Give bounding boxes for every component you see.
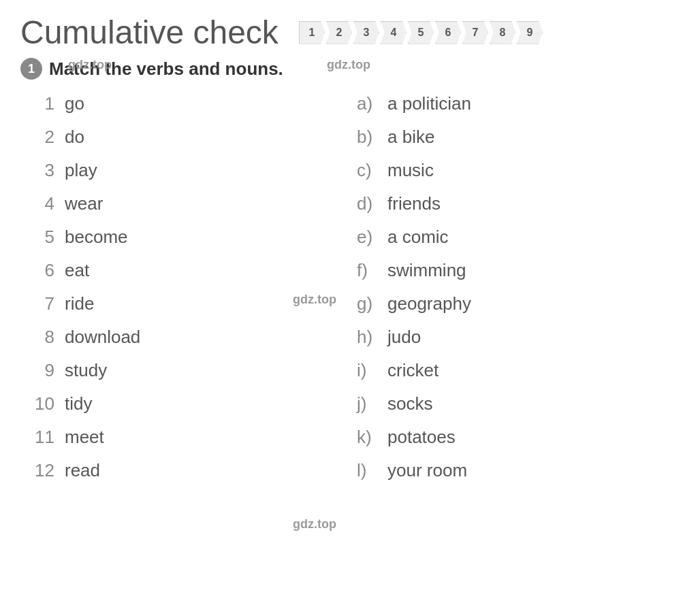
page-header: Cumulative check 123456789	[20, 14, 680, 51]
list-item: 3 play	[34, 160, 357, 181]
noun-word: a politician	[387, 93, 471, 114]
list-item: i) cricket	[357, 360, 680, 381]
list-item: 9 study	[34, 360, 357, 381]
list-item: 11 meet	[34, 427, 357, 448]
list-item: 8 download	[34, 327, 357, 348]
list-item: 6 eat	[34, 260, 357, 281]
verb-number: 10	[34, 393, 54, 414]
list-item: f) swimming	[357, 260, 680, 281]
nav-tab-4[interactable]: 4	[381, 21, 407, 44]
list-item: 12 read	[34, 460, 357, 481]
list-item: c) music	[357, 160, 680, 181]
list-item: k) potatoes	[357, 427, 680, 448]
verb-word: tidy	[65, 393, 92, 414]
list-item: 10 tidy	[34, 393, 357, 414]
verb-number: 4	[34, 193, 54, 214]
watermark-2: gdz.top	[327, 58, 370, 72]
verb-word: study	[65, 360, 107, 381]
noun-word: swimming	[387, 260, 466, 281]
watermark-4: gdz.top	[293, 517, 336, 532]
noun-word: geography	[387, 293, 471, 314]
noun-letter: c)	[357, 160, 377, 181]
noun-letter: j)	[357, 393, 377, 414]
verb-number: 11	[34, 427, 54, 448]
list-item: h) judo	[357, 327, 680, 348]
nav-tab-9[interactable]: 9	[517, 21, 543, 44]
verb-word: wear	[65, 193, 103, 214]
noun-letter: f)	[357, 260, 377, 281]
verb-number: 5	[34, 227, 54, 248]
noun-letter: g)	[357, 293, 377, 314]
nav-tab-1[interactable]: 1	[299, 21, 325, 44]
noun-letter: e)	[357, 227, 377, 248]
noun-word: your room	[387, 460, 467, 481]
list-item: d) friends	[357, 193, 680, 214]
nouns-column: a) a politician b) a bike c) music d) fr…	[357, 93, 680, 493]
watermark-3: gdz.top	[293, 293, 336, 307]
list-item: 4 wear	[34, 193, 357, 214]
noun-letter: a)	[357, 93, 377, 114]
noun-word: friends	[387, 193, 441, 214]
list-item: 5 become	[34, 227, 357, 248]
verb-number: 12	[34, 460, 54, 481]
noun-letter: h)	[357, 327, 377, 348]
verb-number: 1	[34, 93, 54, 114]
verb-word: become	[65, 227, 128, 248]
noun-word: a bike	[387, 127, 434, 148]
verb-number: 2	[34, 127, 54, 148]
noun-word: cricket	[387, 360, 439, 381]
verb-word: read	[65, 460, 100, 481]
noun-word: judo	[387, 327, 421, 348]
noun-word: a comic	[387, 227, 449, 248]
verb-word: eat	[65, 260, 89, 281]
list-item: l) your room	[357, 460, 680, 481]
navigation-tabs[interactable]: 123456789	[299, 21, 544, 44]
content-area: 1 go 2 do 3 play 4 wear 5 become 6 eat 7…	[20, 93, 680, 493]
watermark-1: gdz.top	[68, 58, 112, 72]
noun-word: socks	[387, 393, 432, 414]
list-item: 1 go	[34, 93, 357, 114]
list-item: j) socks	[357, 393, 680, 414]
nav-tab-6[interactable]: 6	[435, 21, 461, 44]
noun-letter: d)	[357, 193, 377, 214]
noun-word: potatoes	[387, 427, 456, 448]
verb-number: 6	[34, 260, 54, 281]
verb-word: go	[65, 93, 84, 114]
list-item: e) a comic	[357, 227, 680, 248]
list-item: 2 do	[34, 127, 357, 148]
verb-number: 8	[34, 327, 54, 348]
section-number: 1	[20, 58, 42, 80]
noun-letter: b)	[357, 127, 377, 148]
noun-letter: l)	[357, 460, 377, 481]
nav-tab-3[interactable]: 3	[353, 21, 379, 44]
verb-word: meet	[65, 427, 104, 448]
nav-tab-7[interactable]: 7	[462, 21, 488, 44]
verb-number: 3	[34, 160, 54, 181]
list-item: b) a bike	[357, 127, 680, 148]
nav-tab-5[interactable]: 5	[408, 21, 434, 44]
verb-word: play	[65, 160, 97, 181]
list-item: a) a politician	[357, 93, 680, 114]
noun-word: music	[387, 160, 434, 181]
page-title: Cumulative check	[20, 14, 279, 51]
list-item: g) geography	[357, 293, 680, 314]
noun-letter: i)	[357, 360, 377, 381]
noun-letter: k)	[357, 427, 377, 448]
nav-tab-2[interactable]: 2	[326, 21, 352, 44]
nav-tab-8[interactable]: 8	[490, 21, 515, 44]
verb-number: 7	[34, 293, 54, 314]
verb-word: do	[65, 127, 84, 148]
verb-number: 9	[34, 360, 54, 381]
verb-word: download	[65, 327, 140, 348]
verb-word: ride	[65, 293, 94, 314]
